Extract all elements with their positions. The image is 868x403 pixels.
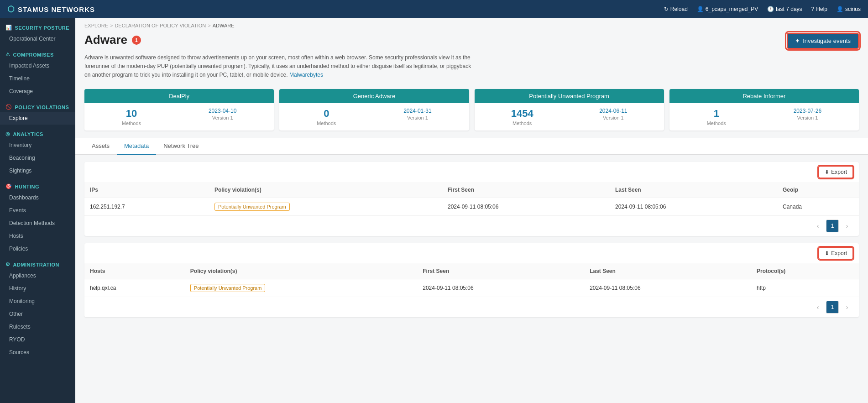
ips-cell-geoip: Canada — [777, 198, 859, 215]
sidebar-item-coverage[interactable]: Coverage — [0, 85, 75, 98]
card-version: 2023-04-10 Version 1 — [209, 108, 236, 126]
help-button[interactable]: ? Help — [811, 6, 827, 12]
sidebar-item-detection-methods[interactable]: Detection Methods — [0, 217, 75, 230]
sidebar-item-dashboards[interactable]: Dashboards — [0, 191, 75, 204]
card-header: Potentially Unwanted Program — [475, 89, 664, 103]
breadcrumb-policy-violation[interactable]: DECLARATION OF POLICY VIOLATION — [115, 23, 206, 28]
card-methods-label: Methods — [707, 120, 726, 126]
hosts-cell-last-seen: 2024-09-11 08:05:06 — [584, 279, 751, 297]
breadcrumb-explore[interactable]: EXPLORE — [84, 23, 108, 28]
sidebar-item-timeline[interactable]: Timeline — [0, 72, 75, 85]
description-text: Adware is unwanted software designed to … — [84, 54, 471, 78]
clock-icon: 🕐 — [767, 6, 774, 12]
profile-button[interactable]: 👤 6_pcaps_merged_PV — [697, 6, 758, 12]
card-version-label: Version 1 — [209, 115, 236, 120]
sidebar-item-other[interactable]: Other — [0, 308, 75, 320]
tab-assets[interactable]: Assets — [84, 138, 117, 155]
sidebar-item-impacted-assets[interactable]: Impacted Assets — [0, 59, 75, 72]
page-header: Adware 1 ✦ Investigate events — [75, 30, 868, 53]
sidebar-item-events[interactable]: Events — [0, 204, 75, 217]
card-date: 2024-01-31 — [403, 108, 431, 114]
card-generic-adware[interactable]: Generic Adware 0 Methods 2024-01-31 Vers… — [279, 89, 469, 131]
card-date: 2023-04-10 — [209, 108, 236, 114]
hosts-col-last-seen: Last Seen — [584, 263, 751, 279]
tab-network-tree[interactable]: Network Tree — [156, 138, 206, 155]
user-button[interactable]: 👤 scirius — [837, 6, 861, 12]
sidebar-item-sightings[interactable]: Sightings — [0, 164, 75, 177]
sidebar-section-security-posture: 📊 SECURITY POSTURE — [0, 18, 75, 32]
hosts-prev-page[interactable]: ‹ — [811, 301, 824, 314]
ips-col-policy-violation-s-: Policy violation(s) — [209, 182, 442, 198]
ips-cell-ip: 162.251.192.7 — [84, 198, 209, 215]
card-methods-label: Methods — [122, 120, 141, 126]
table-row[interactable]: help.qxl.ca Potentially Unwanted Program… — [84, 279, 859, 297]
sidebar-item-ryod[interactable]: RYOD — [0, 333, 75, 346]
sidebar-item-sources[interactable]: Sources — [0, 346, 75, 359]
hosts-export-button[interactable]: ⬇ Export — [818, 247, 853, 260]
sidebar: 📊 SECURITY POSTURE Operational Center ⚠ … — [0, 18, 75, 403]
sidebar-item-hosts[interactable]: Hosts — [0, 230, 75, 242]
card-version-label: Version 1 — [599, 115, 627, 120]
hunting-icon: 🎯 — [5, 183, 12, 189]
table-row[interactable]: 162.251.192.7 Potentially Unwanted Progr… — [84, 198, 859, 215]
card-methods-label: Methods — [511, 120, 533, 126]
card-body: 10 Methods 2023-04-10 Version 1 — [84, 103, 274, 131]
sidebar-section-policy-violations: 🚫 POLICY VIOLATIONS — [0, 98, 75, 112]
card-version-label: Version 1 — [794, 115, 821, 120]
profile-label: 6_pcaps_merged_PV — [706, 6, 758, 12]
malwarebytes-link[interactable]: Malwarebytes — [289, 72, 323, 78]
sidebar-item-rulesets[interactable]: Rulesets — [0, 320, 75, 333]
page-description: Adware is unwanted software designed to … — [75, 53, 486, 86]
ips-col-first-seen: First Seen — [442, 182, 610, 198]
card-version: 2024-06-11 Version 1 — [599, 108, 627, 126]
ips-next-page[interactable]: › — [841, 220, 853, 232]
compromises-icon: ⚠ — [5, 52, 10, 58]
hosts-next-page[interactable]: › — [841, 301, 853, 314]
card-methods: 1454 Methods — [511, 108, 533, 126]
reload-icon: ↻ — [664, 6, 669, 12]
time-button[interactable]: 🕐 last 7 days — [767, 6, 802, 12]
card-header: DealPly — [84, 89, 274, 103]
hosts-table: HostsPolicy violation(s)First SeenLast S… — [84, 263, 859, 297]
hosts-page-1[interactable]: 1 — [826, 301, 839, 314]
sidebar-item-policies[interactable]: Policies — [0, 242, 75, 255]
sidebar-item-operational-center[interactable]: Operational Center — [0, 32, 75, 45]
layout: 📊 SECURITY POSTURE Operational Center ⚠ … — [0, 18, 868, 403]
hosts-policy-tag[interactable]: Potentially Unwanted Program — [190, 284, 266, 292]
ips-col-ips: IPs — [84, 182, 209, 198]
ips-cell-policy: Potentially Unwanted Program — [209, 198, 442, 215]
sidebar-item-explore[interactable]: Explore — [0, 112, 75, 125]
sidebar-item-monitoring[interactable]: Monitoring — [0, 295, 75, 308]
ips-cell-last-seen: 2024-09-11 08:05:06 — [610, 198, 777, 215]
policy-tag[interactable]: Potentially Unwanted Program — [214, 203, 290, 211]
hosts-table-toolbar: ⬇ Export — [84, 243, 859, 263]
logo-icon: ⬡ — [7, 4, 15, 14]
card-dealply[interactable]: DealPly 10 Methods 2023-04-10 Version 1 — [84, 89, 274, 131]
tab-metadata[interactable]: Metadata — [117, 138, 156, 155]
investigate-events-button[interactable]: ✦ Investigate events — [787, 33, 859, 49]
ips-prev-page[interactable]: ‹ — [811, 220, 824, 232]
card-date: 2023-07-26 — [794, 108, 821, 114]
card-potentially-unwanted-program[interactable]: Potentially Unwanted Program 1454 Method… — [475, 89, 664, 131]
top-navigation: ⬡ STAMUS NETWORKS ↻ Reload 👤 6_pcaps_mer… — [0, 0, 868, 18]
hosts-cell-protocol: http — [751, 279, 859, 297]
sidebar-section-analytics: ◎ ANALYTICS — [0, 125, 75, 139]
card-rebate-informer[interactable]: Rebate Informer 1 Methods 2023-07-26 Ver… — [669, 89, 859, 131]
sidebar-item-beaconing[interactable]: Beaconing — [0, 152, 75, 164]
topnav-right: ↻ Reload 👤 6_pcaps_merged_PV 🕐 last 7 da… — [664, 6, 861, 12]
card-methods-count: 1 — [707, 108, 726, 120]
sidebar-item-inventory[interactable]: Inventory — [0, 139, 75, 152]
sidebar-item-appliances[interactable]: Appliances — [0, 269, 75, 282]
time-label: last 7 days — [776, 6, 802, 12]
ips-export-button[interactable]: ⬇ Export — [818, 166, 853, 178]
help-icon: ? — [811, 6, 815, 12]
policy-violations-icon: 🚫 — [5, 104, 12, 110]
ips-page-1[interactable]: 1 — [826, 220, 839, 232]
page-title-row: Adware 1 — [84, 33, 141, 47]
export-icon2: ⬇ — [825, 250, 829, 256]
analytics-icon: ◎ — [5, 131, 10, 137]
card-version-label: Version 1 — [403, 115, 431, 120]
hosts-col-protocol-s-: Protocol(s) — [751, 263, 859, 279]
sidebar-item-history[interactable]: History — [0, 282, 75, 295]
reload-button[interactable]: ↻ Reload — [664, 6, 688, 12]
